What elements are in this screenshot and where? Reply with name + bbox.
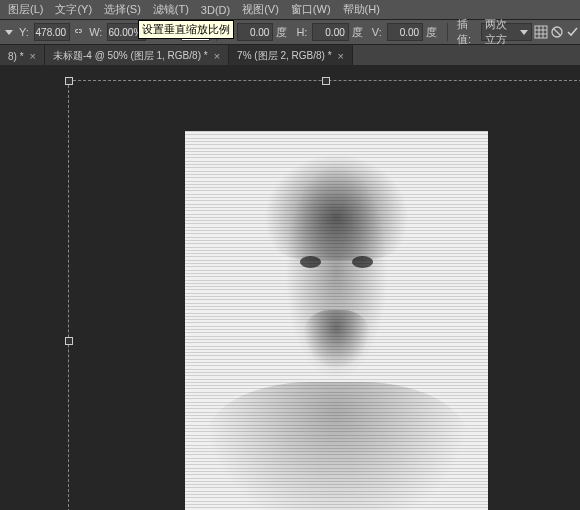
close-icon[interactable]: × [338, 50, 344, 62]
tab-doc3[interactable]: 7% (图层 2, RGB/8) *× [229, 45, 353, 67]
handle-mid-left[interactable] [65, 337, 73, 345]
menu-type[interactable]: 文字(Y) [49, 0, 98, 19]
v-field[interactable]: 0.00 [387, 23, 423, 41]
menu-select[interactable]: 选择(S) [98, 0, 147, 19]
hh-label: H: [293, 26, 310, 38]
interp-label: 插值: [454, 17, 479, 47]
v-label: V: [369, 26, 385, 38]
close-icon[interactable]: × [30, 50, 36, 62]
tooltip: 设置垂直缩放比例 [138, 20, 234, 39]
image-content [185, 131, 488, 510]
menu-3d[interactable]: 3D(D) [195, 2, 236, 18]
menu-window[interactable]: 窗口(W) [285, 0, 337, 19]
deg1-label: 度 [275, 25, 291, 40]
deg2-label: 度 [351, 25, 367, 40]
grid-icon[interactable] [534, 24, 548, 40]
handle-top-left[interactable] [65, 77, 73, 85]
menu-view[interactable]: 视图(V) [236, 0, 285, 19]
deg3-label: 度 [425, 25, 441, 40]
canvas-area[interactable] [0, 65, 580, 510]
svg-rect-0 [535, 26, 547, 38]
y-label: Y: [16, 26, 32, 38]
close-icon[interactable]: × [214, 50, 220, 62]
angle-field[interactable]: 0.00 [237, 23, 273, 41]
chevron-down-icon [520, 30, 528, 35]
menu-help[interactable]: 帮助(H) [337, 0, 386, 19]
menu-layer[interactable]: 图层(L) [2, 0, 49, 19]
cancel-icon[interactable] [550, 24, 564, 40]
tab-doc1[interactable]: 8) *× [0, 45, 45, 67]
w-label: W: [86, 26, 105, 38]
separator2 [447, 23, 448, 41]
interp-dropdown[interactable]: 两次立方 [481, 23, 532, 41]
triangle-icon[interactable] [2, 24, 14, 40]
y-field[interactable]: 478.00 [34, 23, 70, 41]
menu-filter[interactable]: 滤镜(T) [147, 0, 195, 19]
tab-doc2[interactable]: 未标题-4 @ 50% (图层 1, RGB/8) *× [45, 45, 229, 67]
options-bar: Y: 478.00 W: 60.00% H: 60 0.00 度 H: 0.00… [0, 20, 580, 45]
commit-icon[interactable] [566, 24, 580, 40]
link-icon[interactable] [72, 24, 84, 40]
hh-field[interactable]: 0.00 [312, 23, 348, 41]
handle-top-mid[interactable] [322, 77, 330, 85]
